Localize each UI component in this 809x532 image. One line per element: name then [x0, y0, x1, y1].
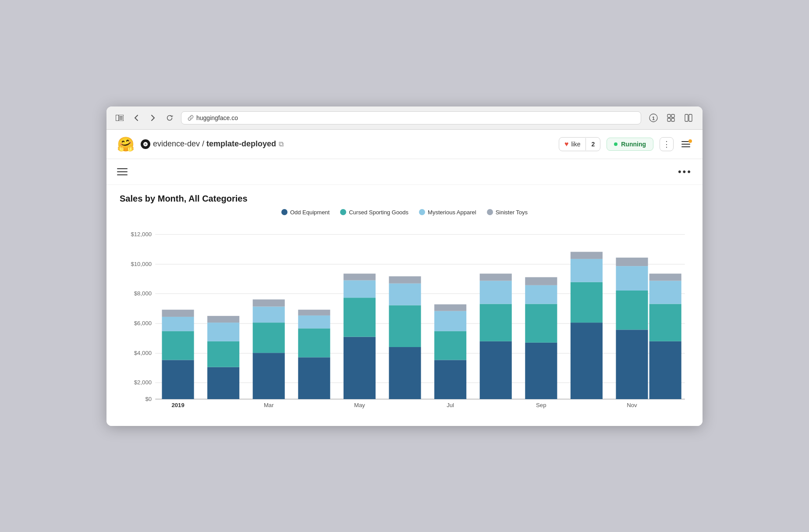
bar-mar: Mar — [253, 299, 285, 408]
svg-rect-44 — [344, 298, 376, 337]
svg-rect-48 — [389, 347, 421, 399]
svg-rect-34 — [253, 353, 285, 399]
org-icon: ≡ — [141, 139, 150, 149]
svg-rect-51 — [389, 276, 421, 283]
extensions-btn[interactable] — [664, 111, 678, 125]
legend-dot-cursed — [340, 209, 346, 215]
hf-repo-info: ≡ evidence-dev / template-deployed ⧉ — [141, 139, 553, 149]
chart-svg-wrapper: $12,000 $10,000 $8,000 $6,000 $4,000 — [120, 223, 689, 417]
sidebar-toggle-btn[interactable] — [114, 112, 126, 124]
legend-mysterious-apparel: Mysterious Apparel — [419, 209, 476, 216]
svg-rect-61 — [525, 342, 557, 399]
svg-rect-75 — [649, 341, 681, 399]
svg-text:$10,000: $10,000 — [131, 261, 152, 267]
svg-rect-45 — [344, 280, 376, 298]
chart-legend: Odd Equipment Cursed Sporting Goods Myst… — [120, 209, 689, 216]
app-menu-btn[interactable] — [117, 168, 128, 175]
bar-nov: Nov — [616, 257, 648, 408]
app-toolbar: ••• — [106, 159, 703, 185]
svg-rect-10 — [671, 118, 674, 121]
svg-rect-53 — [434, 331, 466, 360]
chart-container: Sales by Month, All Categories Odd Equip… — [106, 185, 703, 426]
svg-rect-36 — [253, 306, 285, 323]
repo-name: template-deployed — [206, 139, 276, 148]
svg-rect-59 — [480, 280, 512, 304]
status-badge: Running — [607, 138, 653, 151]
forward-btn[interactable] — [147, 112, 159, 124]
svg-rect-35 — [253, 323, 285, 353]
svg-text:$12,000: $12,000 — [131, 231, 152, 238]
svg-rect-42 — [298, 309, 330, 315]
like-button[interactable]: ♥ like 2 — [559, 137, 600, 151]
svg-text:1: 1 — [652, 115, 655, 121]
svg-rect-40 — [298, 328, 330, 357]
like-count: 2 — [585, 138, 600, 150]
svg-text:Sep: Sep — [536, 402, 546, 408]
svg-rect-73 — [616, 257, 648, 266]
app-content: ••• Sales by Month, All Categories Odd E… — [106, 159, 703, 426]
svg-rect-76 — [649, 304, 681, 341]
svg-rect-39 — [298, 357, 330, 399]
svg-rect-46 — [344, 273, 376, 280]
bar-apr — [298, 309, 330, 399]
svg-rect-58 — [480, 304, 512, 341]
svg-rect-72 — [616, 266, 648, 291]
like-main[interactable]: ♥ like — [559, 138, 586, 151]
svg-rect-31 — [207, 341, 239, 367]
svg-rect-9 — [667, 118, 671, 121]
address-bar[interactable]: huggingface.co — [181, 111, 641, 124]
org-name: evidence-dev / — [153, 139, 206, 148]
svg-rect-62 — [525, 304, 557, 342]
svg-rect-30 — [207, 367, 239, 399]
svg-rect-66 — [571, 323, 603, 399]
svg-rect-37 — [253, 299, 285, 306]
svg-rect-57 — [480, 341, 512, 399]
back-btn[interactable] — [130, 112, 142, 124]
svg-text:Mar: Mar — [264, 402, 274, 408]
svg-rect-78 — [649, 273, 681, 280]
status-dot — [614, 142, 617, 146]
bar-jan-cursed — [162, 331, 194, 360]
hf-header: 🤗 ≡ evidence-dev / template-deployed ⧉ ♥… — [106, 130, 703, 159]
svg-text:Jul: Jul — [447, 402, 454, 408]
svg-rect-71 — [616, 291, 648, 330]
svg-text:$0: $0 — [145, 395, 152, 402]
legend-dot-odd — [281, 209, 287, 215]
hamburger-menu-btn[interactable] — [680, 139, 692, 149]
bar-jan-odd — [162, 360, 194, 399]
svg-rect-70 — [616, 330, 648, 399]
reload-btn[interactable] — [163, 112, 176, 124]
more-options-btn[interactable]: ⋮ — [660, 137, 674, 151]
split-view-btn[interactable] — [681, 111, 695, 125]
legend-label-odd: Odd Equipment — [290, 209, 330, 216]
svg-rect-33 — [207, 316, 239, 322]
app-options-btn[interactable]: ••• — [678, 166, 692, 177]
svg-text:2019: 2019 — [171, 402, 184, 408]
svg-text:Nov: Nov — [627, 402, 637, 408]
svg-rect-77 — [649, 280, 681, 304]
browser-window: huggingface.co 1 — [106, 106, 703, 426]
svg-text:$8,000: $8,000 — [134, 290, 152, 297]
legend-odd-equipment: Odd Equipment — [281, 209, 330, 216]
bar-jun — [389, 276, 421, 399]
legend-label-cursed: Cursed Sporting Goods — [349, 209, 408, 216]
hf-logo: 🤗 — [117, 136, 135, 153]
svg-text:$4,000: $4,000 — [134, 350, 152, 356]
svg-rect-50 — [389, 283, 421, 305]
svg-rect-41 — [298, 315, 330, 328]
legend-label-mysterious: Mysterious Apparel — [428, 209, 476, 216]
svg-rect-7 — [667, 114, 671, 117]
svg-rect-60 — [480, 273, 512, 280]
svg-text:≡: ≡ — [145, 142, 147, 146]
bar-jan-sinister — [162, 309, 194, 316]
url-text: huggingface.co — [196, 114, 238, 121]
browser-controls — [114, 112, 176, 124]
bar-aug — [480, 273, 512, 399]
svg-rect-68 — [571, 259, 603, 282]
password-manager-btn[interactable]: 1 — [646, 111, 660, 125]
bar-jan: 2019 — [162, 309, 194, 408]
like-label: like — [571, 141, 580, 148]
bar-may: May — [344, 273, 376, 408]
copy-repo-btn[interactable]: ⧉ — [279, 140, 284, 148]
svg-rect-0 — [116, 115, 119, 121]
